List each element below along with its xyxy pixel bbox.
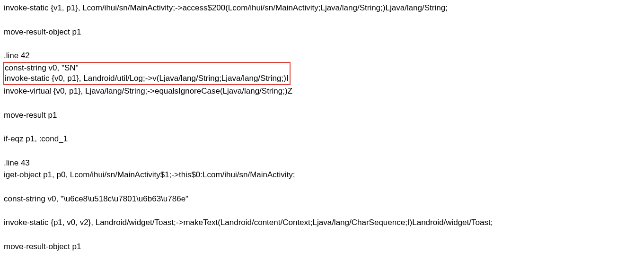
code-line: move-result-object p1 [4,26,640,38]
code-line: const-string v0, "\u6ce8\u518c\u7801\u6b… [4,193,640,205]
code-line: invoke-static {p1, v0, v2}, Landroid/wid… [4,217,640,229]
blank-line [4,229,640,241]
blank-line [4,205,640,217]
smali-code-block: invoke-static {v1, p1}, Lcom/ihui/sn/Mai… [0,0,644,254]
code-line: .line 42 [4,50,640,62]
blank-line [4,121,640,133]
highlighted-code-box: const-string v0, "SN" invoke-static {v0,… [3,62,291,86]
blank-line [4,38,640,50]
blank-line [4,97,640,109]
code-line: invoke-virtual {v0, p1}, Ljava/lang/Stri… [4,85,640,97]
code-line: iget-object p1, p0, Lcom/ihui/sn/MainAct… [4,169,640,181]
code-line: move-result p1 [4,109,640,121]
blank-line [4,14,640,26]
code-line: if-eqz p1, :cond_1 [4,133,640,145]
blank-line [4,145,640,157]
code-line: .line 43 [4,157,640,169]
highlighted-code-line: invoke-static {v0, p1}, Landroid/util/Lo… [5,73,289,84]
code-line: move-result-object p1 [4,241,640,253]
highlighted-code-line: const-string v0, "SN" [5,63,289,74]
blank-line [4,181,640,193]
code-line: invoke-static {v1, p1}, Lcom/ihui/sn/Mai… [4,2,640,14]
